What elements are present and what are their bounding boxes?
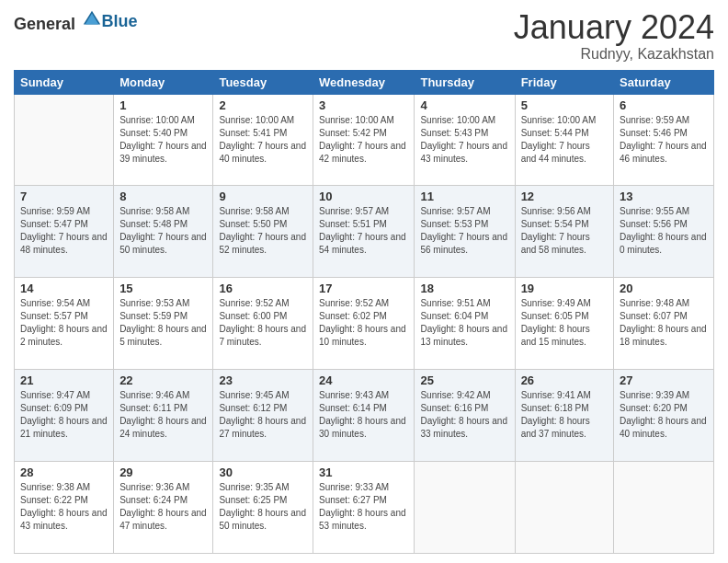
day-info: Sunrise: 10:00 AMSunset: 5:40 PMDaylight…	[119, 114, 207, 166]
day-info: Sunrise: 9:33 AMSunset: 6:27 PMDaylight:…	[319, 481, 408, 533]
day-number: 14	[20, 282, 108, 295]
day-number: 3	[319, 98, 408, 112]
table-row: 31Sunrise: 9:33 AMSunset: 6:27 PMDayligh…	[313, 462, 415, 554]
day-info: Sunrise: 9:55 AMSunset: 5:56 PMDaylight:…	[620, 205, 708, 257]
week-row-3: 21Sunrise: 9:47 AMSunset: 6:09 PMDayligh…	[15, 370, 714, 462]
day-info: Sunrise: 9:53 AMSunset: 5:59 PMDaylight:…	[119, 297, 207, 349]
day-info: Sunrise: 9:52 AMSunset: 6:00 PMDaylight:…	[219, 297, 307, 349]
table-row	[15, 94, 114, 186]
day-number: 25	[420, 373, 508, 387]
table-row: 14Sunrise: 9:54 AMSunset: 5:57 PMDayligh…	[15, 278, 114, 370]
day-info: Sunrise: 9:58 AMSunset: 5:50 PMDaylight:…	[219, 205, 307, 257]
table-row: 9Sunrise: 9:58 AMSunset: 5:50 PMDaylight…	[213, 186, 313, 278]
day-info: Sunrise: 9:49 AMSunset: 6:05 PMDaylight:…	[521, 297, 608, 349]
day-number: 24	[319, 373, 408, 387]
logo-general: General	[14, 15, 75, 33]
table-row: 6Sunrise: 9:59 AMSunset: 5:46 PMDaylight…	[614, 94, 714, 186]
table-row: 30Sunrise: 9:35 AMSunset: 6:25 PMDayligh…	[213, 462, 313, 554]
day-info: Sunrise: 10:00 AMSunset: 5:42 PMDaylight…	[319, 114, 408, 166]
table-row: 10Sunrise: 9:57 AMSunset: 5:51 PMDayligh…	[313, 186, 415, 278]
table-row: 4Sunrise: 10:00 AMSunset: 5:43 PMDayligh…	[415, 94, 515, 186]
day-info: Sunrise: 9:35 AMSunset: 6:25 PMDaylight:…	[219, 481, 307, 533]
day-number: 9	[219, 190, 307, 203]
weekday-header-row: Sunday Monday Tuesday Wednesday Thursday…	[15, 70, 714, 94]
day-number: 11	[420, 190, 508, 203]
logo-blue: Blue	[102, 12, 138, 30]
table-row: 26Sunrise: 9:41 AMSunset: 6:18 PMDayligh…	[515, 370, 613, 462]
table-row: 25Sunrise: 9:42 AMSunset: 6:16 PMDayligh…	[415, 370, 515, 462]
header-sunday: Sunday	[15, 70, 114, 94]
table-row: 28Sunrise: 9:38 AMSunset: 6:22 PMDayligh…	[15, 462, 114, 554]
day-info: Sunrise: 9:48 AMSunset: 6:07 PMDaylight:…	[620, 297, 708, 349]
day-number: 17	[319, 282, 408, 295]
table-row: 2Sunrise: 10:00 AMSunset: 5:41 PMDayligh…	[213, 94, 313, 186]
header-tuesday: Tuesday	[213, 70, 313, 94]
day-info: Sunrise: 9:42 AMSunset: 6:16 PMDaylight:…	[420, 389, 508, 441]
header-thursday: Thursday	[415, 70, 515, 94]
table-row: 16Sunrise: 9:52 AMSunset: 6:00 PMDayligh…	[213, 278, 313, 370]
day-number: 31	[319, 465, 408, 479]
table-row	[415, 462, 515, 554]
table-row: 20Sunrise: 9:48 AMSunset: 6:07 PMDayligh…	[614, 278, 714, 370]
day-number: 21	[20, 373, 108, 387]
table-row: 19Sunrise: 9:49 AMSunset: 6:05 PMDayligh…	[515, 278, 613, 370]
day-info: Sunrise: 9:45 AMSunset: 6:12 PMDaylight:…	[219, 389, 307, 441]
day-info: Sunrise: 9:57 AMSunset: 5:51 PMDaylight:…	[319, 205, 408, 257]
header-friday: Friday	[515, 70, 613, 94]
table-row: 22Sunrise: 9:46 AMSunset: 6:11 PMDayligh…	[114, 370, 213, 462]
day-number: 1	[119, 98, 207, 112]
day-info: Sunrise: 10:00 AMSunset: 5:41 PMDaylight…	[219, 114, 307, 166]
day-info: Sunrise: 10:00 AMSunset: 5:44 PMDaylight…	[521, 114, 608, 166]
logo-text: General	[14, 9, 102, 33]
day-number: 13	[620, 190, 708, 203]
day-number: 10	[319, 190, 408, 203]
day-number: 26	[521, 373, 608, 387]
day-info: Sunrise: 9:51 AMSunset: 6:04 PMDaylight:…	[420, 297, 508, 349]
logo: General Blue	[14, 9, 138, 33]
table-row: 17Sunrise: 9:52 AMSunset: 6:02 PMDayligh…	[313, 278, 415, 370]
table-row: 15Sunrise: 9:53 AMSunset: 5:59 PMDayligh…	[114, 278, 213, 370]
table-row	[614, 462, 714, 554]
day-number: 30	[219, 465, 307, 479]
header: General Blue January 2024 Rudnyy, Kazakh…	[14, 9, 714, 63]
day-info: Sunrise: 9:52 AMSunset: 6:02 PMDaylight:…	[319, 297, 408, 349]
week-row-4: 28Sunrise: 9:38 AMSunset: 6:22 PMDayligh…	[15, 462, 714, 554]
day-number: 18	[420, 282, 508, 295]
table-row: 27Sunrise: 9:39 AMSunset: 6:20 PMDayligh…	[614, 370, 714, 462]
day-info: Sunrise: 9:39 AMSunset: 6:20 PMDaylight:…	[620, 389, 708, 441]
table-row: 23Sunrise: 9:45 AMSunset: 6:12 PMDayligh…	[213, 370, 313, 462]
table-row: 24Sunrise: 9:43 AMSunset: 6:14 PMDayligh…	[313, 370, 415, 462]
week-row-0: 1Sunrise: 10:00 AMSunset: 5:40 PMDayligh…	[15, 94, 714, 186]
table-row	[515, 462, 613, 554]
header-saturday: Saturday	[614, 70, 714, 94]
week-row-1: 7Sunrise: 9:59 AMSunset: 5:47 PMDaylight…	[15, 186, 714, 278]
table-row: 11Sunrise: 9:57 AMSunset: 5:53 PMDayligh…	[415, 186, 515, 278]
day-number: 12	[521, 190, 608, 203]
day-info: Sunrise: 9:47 AMSunset: 6:09 PMDaylight:…	[20, 389, 108, 441]
day-info: Sunrise: 9:36 AMSunset: 6:24 PMDaylight:…	[119, 481, 207, 533]
table-row: 3Sunrise: 10:00 AMSunset: 5:42 PMDayligh…	[313, 94, 415, 186]
day-info: Sunrise: 9:59 AMSunset: 5:46 PMDaylight:…	[620, 114, 708, 166]
day-info: Sunrise: 9:54 AMSunset: 5:57 PMDaylight:…	[20, 297, 108, 349]
day-info: Sunrise: 10:00 AMSunset: 5:43 PMDaylight…	[420, 114, 508, 166]
table-row: 21Sunrise: 9:47 AMSunset: 6:09 PMDayligh…	[15, 370, 114, 462]
day-number: 16	[219, 282, 307, 295]
day-info: Sunrise: 9:57 AMSunset: 5:53 PMDaylight:…	[420, 205, 508, 257]
day-info: Sunrise: 9:56 AMSunset: 5:54 PMDaylight:…	[521, 205, 608, 257]
day-number: 19	[521, 282, 608, 295]
table-row: 8Sunrise: 9:58 AMSunset: 5:48 PMDaylight…	[114, 186, 213, 278]
table-row: 12Sunrise: 9:56 AMSunset: 5:54 PMDayligh…	[515, 186, 613, 278]
table-row: 7Sunrise: 9:59 AMSunset: 5:47 PMDaylight…	[15, 186, 114, 278]
calendar-table: Sunday Monday Tuesday Wednesday Thursday…	[14, 70, 714, 554]
day-number: 8	[119, 190, 207, 203]
day-number: 28	[20, 465, 108, 479]
day-info: Sunrise: 9:38 AMSunset: 6:22 PMDaylight:…	[20, 481, 108, 533]
header-wednesday: Wednesday	[313, 70, 415, 94]
day-number: 15	[119, 282, 207, 295]
table-row: 18Sunrise: 9:51 AMSunset: 6:04 PMDayligh…	[415, 278, 515, 370]
day-number: 22	[119, 373, 207, 387]
day-number: 23	[219, 373, 307, 387]
day-number: 4	[420, 98, 508, 112]
table-row: 29Sunrise: 9:36 AMSunset: 6:24 PMDayligh…	[114, 462, 213, 554]
table-row: 5Sunrise: 10:00 AMSunset: 5:44 PMDayligh…	[515, 94, 613, 186]
